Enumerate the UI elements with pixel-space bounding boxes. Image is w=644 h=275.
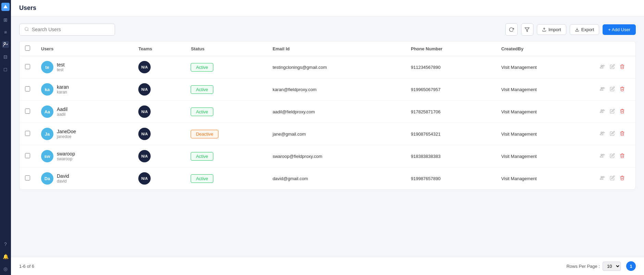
table-footer: 1-6 of 6 Rows Per Page : 10 25 50 1 (11, 257, 644, 275)
team-badge-4: N/A (138, 150, 151, 162)
col-status: Status (185, 41, 267, 56)
refresh-button[interactable] (505, 23, 518, 36)
import-button[interactable]: Import (537, 24, 566, 35)
content-area: Import Export + Add User (11, 16, 644, 257)
action-icons-1 (600, 86, 630, 92)
user-info-2: Aadil aadil (57, 107, 67, 117)
edit-icon-3[interactable] (610, 131, 615, 137)
row-checkbox-0[interactable] (25, 64, 30, 69)
status-badge-5: Active (191, 174, 213, 183)
sidebar-icon-calendar[interactable]: ◻ (2, 66, 9, 73)
sidebar-icon-chart[interactable]: ⊟ (2, 53, 9, 60)
edit-icon-5[interactable] (610, 175, 615, 182)
user-name-5: David (57, 173, 69, 179)
remove-user-icon-2[interactable] (600, 109, 605, 115)
col-created-by: CreatedBy (496, 41, 594, 56)
status-badge-3: Deactive (191, 130, 218, 138)
filter-button[interactable] (521, 23, 533, 36)
export-button[interactable]: Export (570, 24, 599, 35)
created-by-4: Visit Management (496, 145, 594, 167)
row-checkbox-4[interactable] (25, 153, 30, 158)
search-input[interactable] (32, 27, 110, 32)
table-row: sw swaroop swaroop N/A Active swaroop@fi… (20, 145, 635, 167)
avatar-2: Aa (41, 105, 53, 118)
team-badge-2: N/A (138, 105, 151, 118)
user-username-2: aadil (57, 112, 67, 117)
col-email: Email Id (267, 41, 405, 56)
add-user-button[interactable]: + Add User (603, 24, 636, 35)
user-info-4: swaroop swaroop (57, 151, 75, 161)
table-row: te test test N/A Active testingclonings@… (20, 56, 635, 78)
delete-icon-4[interactable] (620, 153, 625, 159)
user-name-4: swaroop (57, 151, 75, 157)
user-cell-5: Da David david (41, 172, 127, 185)
svg-point-1 (4, 42, 5, 44)
delete-icon-1[interactable] (620, 86, 625, 92)
search-box[interactable] (19, 24, 115, 36)
remove-user-icon-4[interactable] (600, 153, 605, 159)
delete-icon-2[interactable] (620, 109, 625, 115)
svg-marker-0 (3, 5, 8, 8)
status-badge-2: Active (191, 108, 213, 116)
edit-icon-4[interactable] (610, 153, 615, 159)
user-info-3: JaneDoe janedoe (57, 129, 76, 139)
sidebar-icon-list[interactable]: ≡ (2, 29, 9, 36)
sidebar-icon-grid[interactable]: ⊞ (2, 16, 9, 23)
rows-per-page-control: Rows Per Page : 10 25 50 (566, 262, 621, 271)
table-row: Da David david N/A Active david@gmail.co… (20, 167, 635, 190)
avatar-4: sw (41, 150, 53, 162)
current-page-number[interactable]: 1 (626, 261, 636, 271)
row-checkbox-1[interactable] (25, 86, 30, 91)
remove-user-icon-3[interactable] (600, 131, 605, 137)
team-badge-0: N/A (138, 61, 151, 73)
avatar-5: Da (41, 172, 53, 185)
avatar-0: te (41, 61, 53, 73)
user-username-0: test (57, 67, 65, 72)
delete-icon-0[interactable] (620, 64, 625, 70)
status-badge-4: Active (191, 152, 213, 161)
email-5: david@gmail.com (267, 167, 405, 190)
row-checkbox-5[interactable] (25, 175, 30, 180)
svg-line-3 (28, 30, 29, 31)
remove-user-icon-5[interactable] (600, 175, 605, 182)
delete-icon-5[interactable] (620, 175, 625, 182)
export-label: Export (581, 27, 594, 32)
edit-icon-0[interactable] (610, 64, 615, 70)
row-checkbox-3[interactable] (25, 131, 30, 136)
user-username-5: david (57, 179, 69, 184)
remove-user-icon-0[interactable] (600, 64, 605, 70)
sidebar-icon-users[interactable] (2, 41, 9, 48)
edit-icon-1[interactable] (610, 86, 615, 92)
avatar-1: ka (41, 83, 53, 96)
team-badge-1: N/A (138, 83, 151, 96)
page-title: Users (19, 4, 36, 12)
sidebar-icon-help[interactable]: ? (2, 241, 9, 248)
users-table-container: Users Teams Status Email Id Phone Number… (19, 41, 636, 190)
email-2: aadil@fieldproxy.com (267, 101, 405, 123)
remove-user-icon-1[interactable] (600, 86, 605, 92)
user-cell-3: Ja JaneDoe janedoe (41, 128, 127, 140)
col-teams: Teams (133, 41, 185, 56)
users-table: Users Teams Status Email Id Phone Number… (20, 41, 635, 189)
select-all-checkbox[interactable] (25, 46, 30, 51)
sidebar-icon-bell[interactable]: 🔔 (2, 253, 9, 260)
rows-per-page-label: Rows Per Page : (566, 264, 600, 269)
email-0: testingclonings@gmail.com (267, 56, 405, 78)
action-icons-2 (600, 109, 630, 115)
sidebar-icon-user[interactable]: ◎ (2, 265, 9, 272)
user-username-3: janedoe (57, 134, 76, 139)
user-name-2: Aadil (57, 107, 67, 112)
created-by-5: Visit Management (496, 167, 594, 190)
add-user-label: + Add User (608, 27, 630, 32)
edit-icon-2[interactable] (610, 109, 615, 115)
action-icons-3 (600, 131, 630, 137)
team-badge-3: N/A (138, 128, 151, 140)
import-label: Import (548, 27, 561, 32)
svg-marker-4 (525, 27, 530, 31)
rows-per-page-select[interactable]: 10 25 50 (603, 262, 621, 271)
table-row: Ja JaneDoe janedoe N/A Deactive jane@gma… (20, 123, 635, 145)
row-checkbox-2[interactable] (25, 109, 30, 114)
delete-icon-3[interactable] (620, 131, 625, 137)
phone-0: 911234567890 (405, 56, 496, 78)
user-info-0: test test (57, 62, 65, 72)
